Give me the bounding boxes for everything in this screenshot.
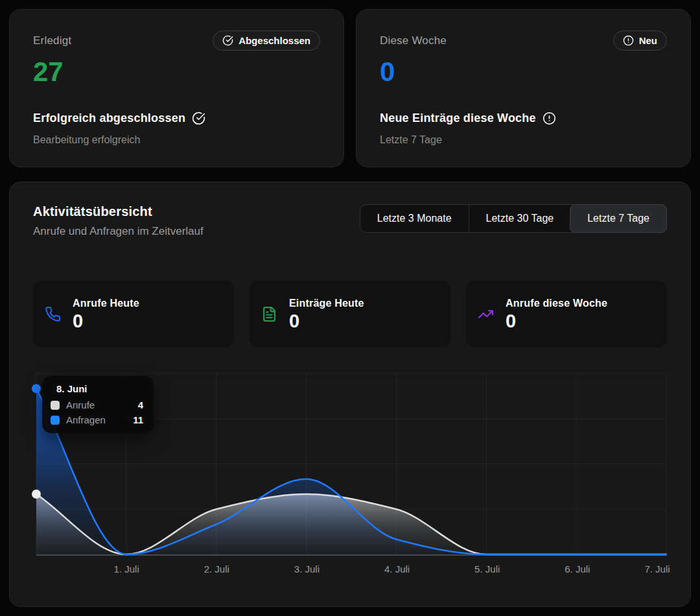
tab-last-7-days[interactable]: Letzte 7 Tage	[570, 204, 667, 233]
completed-badge: Abgeschlossen	[213, 30, 320, 51]
page-title: Aktivitätsübersicht	[33, 204, 204, 219]
x-axis-tick-label: 5. Juli	[474, 563, 500, 575]
anrufe-value: 4	[138, 399, 143, 410]
new-badge: Neu	[613, 30, 667, 51]
activity-chart[interactable]: 1. Juli2. Juli3. Juli4. Juli5. Juli6. Ju…	[33, 372, 667, 576]
completed-card-title: Erledigt	[33, 34, 71, 47]
x-axis-tick-label: 6. Juli	[565, 563, 590, 575]
alert-circle-icon	[542, 112, 556, 125]
phone-icon	[45, 306, 61, 322]
entries-today-card: Einträge Heute 0	[250, 281, 450, 348]
this-week-card-header: Diese Woche Neu	[380, 30, 667, 51]
calls-week-label: Anrufe diese Woche	[506, 298, 607, 309]
tooltip-row-anfragen: Anfragen 11	[51, 414, 143, 425]
completed-card-header: Erledigt Abgeschlossen	[33, 30, 320, 51]
calls-week-card: Anrufe diese Woche 0	[466, 281, 667, 348]
completed-subtext: Bearbeitung erfolgreich	[33, 134, 320, 146]
x-axis-tick-label: 3. Juli	[294, 563, 320, 575]
new-badge-label: Neu	[639, 35, 657, 46]
page-subtitle: Anrufe und Anfragen im Zeitverlauf	[33, 225, 204, 238]
calls-week-text: Anrufe diese Woche 0	[506, 298, 607, 331]
alert-circle-icon	[623, 35, 634, 46]
trending-up-icon	[478, 306, 494, 322]
dashboard-page: Erledigt Abgeschlossen 27 Erfolgreich ab…	[0, 0, 700, 616]
summary-row: Erledigt Abgeschlossen 27 Erfolgreich ab…	[9, 9, 691, 167]
chart-tooltip: 8. Juni Anrufe 4 Anfragen 11	[42, 376, 154, 433]
stats-row: Anrufe Heute 0 Einträge Heute 0 Anrufe	[33, 281, 667, 348]
this-week-headline: Neue Einträge diese Woche	[380, 112, 667, 125]
file-text-icon	[261, 306, 277, 322]
x-axis-tick-label: 2. Juli	[204, 563, 229, 575]
entries-today-label: Einträge Heute	[289, 298, 364, 309]
activity-card: Aktivitätsübersicht Anrufe und Anfragen …	[9, 182, 691, 607]
entries-today-text: Einträge Heute 0	[289, 298, 364, 331]
calls-today-card: Anrufe Heute 0	[33, 281, 234, 348]
tab-last-3-months[interactable]: Letzte 3 Monate	[360, 205, 469, 232]
anrufe-swatch	[51, 401, 60, 410]
tooltip-date: 8. Juni	[56, 383, 143, 394]
x-axis-tick-label: 7. Juli	[644, 563, 670, 575]
this-week-card-title: Diese Woche	[380, 34, 447, 47]
this-week-value: 0	[380, 58, 667, 86]
completed-badge-label: Abgeschlossen	[239, 35, 310, 46]
tooltip-row-anrufe: Anrufe 4	[51, 399, 143, 410]
entries-today-value: 0	[289, 312, 364, 331]
x-axis-labels: 1. Juli2. Juli3. Juli4. Juli5. Juli6. Ju…	[33, 563, 667, 576]
x-axis-tick-label: 4. Juli	[384, 563, 410, 575]
anfragen-value: 11	[133, 414, 143, 425]
this-week-subtext: Letzte 7 Tage	[380, 134, 667, 146]
this-week-card: Diese Woche Neu 0 Neue Einträge diese Wo…	[356, 9, 691, 167]
time-range-tabs: Letzte 3 Monate Letzte 30 Tage Letzte 7 …	[360, 204, 667, 233]
completed-headline: Erfolgreich abgeschlossen	[33, 112, 320, 125]
calls-today-text: Anrufe Heute 0	[73, 298, 139, 331]
calls-week-value: 0	[506, 312, 607, 331]
tab-last-30-days[interactable]: Letzte 30 Tage	[469, 205, 571, 232]
completed-value: 27	[33, 58, 320, 86]
x-axis-tick-label: 1. Juli	[114, 563, 139, 575]
activity-header: Aktivitätsübersicht Anrufe und Anfragen …	[33, 204, 667, 238]
activity-titles: Aktivitätsübersicht Anrufe und Anfragen …	[33, 204, 204, 238]
anfragen-label: Anfragen	[66, 414, 106, 425]
calls-today-label: Anrufe Heute	[73, 298, 139, 309]
completed-headline-text: Erfolgreich abgeschlossen	[33, 112, 185, 125]
this-week-headline-text: Neue Einträge diese Woche	[380, 112, 536, 125]
check-circle-icon	[222, 35, 233, 46]
calls-today-value: 0	[73, 312, 139, 331]
check-circle-icon	[192, 112, 205, 125]
anrufe-label: Anrufe	[66, 399, 95, 410]
completed-card: Erledigt Abgeschlossen 27 Erfolgreich ab…	[9, 9, 344, 167]
anfragen-swatch	[51, 416, 60, 425]
